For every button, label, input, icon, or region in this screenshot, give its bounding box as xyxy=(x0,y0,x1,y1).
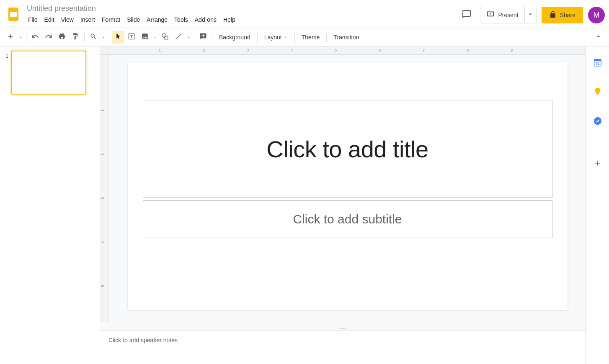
share-button[interactable]: Share xyxy=(542,7,583,23)
new-slide-button[interactable] xyxy=(4,31,17,44)
present-dropdown[interactable] xyxy=(524,7,536,23)
undo-button[interactable] xyxy=(29,31,41,44)
comment-button[interactable] xyxy=(458,7,475,23)
zoom-button[interactable] xyxy=(87,31,100,44)
separator xyxy=(212,33,212,42)
line-tool[interactable] xyxy=(172,31,185,44)
keep-addon[interactable] xyxy=(589,84,606,101)
slide-canvas[interactable]: Click to add title Click to add subtitle xyxy=(128,63,568,310)
collapse-toolbar-button[interactable] xyxy=(592,31,605,44)
title-placeholder[interactable]: Click to add title xyxy=(143,100,552,198)
menu-file[interactable]: File xyxy=(25,15,41,25)
document-title[interactable]: Untitled presentation xyxy=(25,3,98,14)
slide-viewport[interactable]: Click to add title Click to add subtitle xyxy=(116,63,579,318)
present-icon xyxy=(486,10,495,20)
undo-icon xyxy=(31,33,39,42)
tasks-addon[interactable] xyxy=(589,113,606,130)
menu-view[interactable]: View xyxy=(58,15,77,25)
menu-insert[interactable]: Insert xyxy=(77,15,98,25)
slides-logo[interactable] xyxy=(5,6,22,23)
menu-arrange[interactable]: Arrange xyxy=(144,15,170,25)
svg-rect-3 xyxy=(165,36,168,39)
side-panel: 31 xyxy=(586,46,609,364)
title-area: Untitled presentation File Edit View Ins… xyxy=(25,3,458,25)
svg-rect-0 xyxy=(10,12,17,17)
lock-icon xyxy=(549,11,557,20)
slide-thumbnail-row: 1 xyxy=(3,51,96,95)
calendar-addon[interactable]: 31 xyxy=(589,55,606,72)
account-avatar[interactable]: M xyxy=(588,7,605,23)
ruler-tick: 2 xyxy=(101,153,105,155)
slide-thumbnail-1[interactable] xyxy=(11,51,86,95)
text-box-tool[interactable] xyxy=(125,31,138,44)
ruler-tick: 2 xyxy=(203,48,205,52)
menu-slide[interactable]: Slide xyxy=(124,15,143,25)
present-button[interactable]: Present xyxy=(480,7,524,23)
calendar-icon: 31 xyxy=(593,58,602,69)
zoom-dropdown[interactable] xyxy=(101,31,106,44)
svg-text:31: 31 xyxy=(595,62,599,66)
notes-splitter[interactable] xyxy=(100,326,586,331)
svg-point-2 xyxy=(162,33,166,37)
shape-tool[interactable] xyxy=(159,31,171,44)
redo-button[interactable] xyxy=(42,31,55,44)
ruler-tick: 8 xyxy=(467,48,469,52)
shape-icon xyxy=(161,33,169,42)
header: Untitled presentation File Edit View Ins… xyxy=(0,0,609,28)
drag-handle-icon xyxy=(340,328,346,329)
menu-addons[interactable]: Add-ons xyxy=(192,15,219,25)
tasks-icon xyxy=(593,116,602,127)
chevron-down-icon xyxy=(186,33,191,41)
chevron-down-icon xyxy=(153,33,157,41)
ruler-tick: 1 xyxy=(101,109,105,111)
ruler-tick: 6 xyxy=(379,48,381,52)
select-tool[interactable] xyxy=(112,31,124,44)
present-label: Present xyxy=(498,12,518,18)
print-icon xyxy=(58,33,66,42)
toolbar: Background Layout Theme Transition xyxy=(0,28,609,46)
text-box-icon xyxy=(128,33,135,42)
new-slide-dropdown[interactable] xyxy=(18,31,23,44)
slide-number: 1 xyxy=(3,53,8,59)
plus-icon xyxy=(7,33,14,42)
layout-button[interactable]: Layout xyxy=(260,31,292,44)
comment-icon xyxy=(462,9,472,21)
theme-button[interactable]: Theme xyxy=(297,31,324,44)
image-tool[interactable] xyxy=(139,31,151,44)
menu-format[interactable]: Format xyxy=(99,15,123,25)
filmstrip[interactable]: 1 xyxy=(0,46,100,364)
side-separator xyxy=(593,143,603,143)
ruler-tick: 4 xyxy=(291,48,293,52)
top-actions: Present Share M xyxy=(458,7,605,23)
title-placeholder-text: Click to add title xyxy=(266,136,428,163)
line-dropdown[interactable] xyxy=(186,31,191,44)
speaker-notes[interactable]: Click to add speaker notes xyxy=(100,331,586,364)
chevron-down-icon xyxy=(101,33,106,41)
chevron-down-icon xyxy=(18,33,23,41)
menubar: File Edit View Insert Format Slide Arran… xyxy=(25,15,458,25)
ruler-vertical[interactable]: 1 2 3 4 5 xyxy=(100,55,108,322)
redo-icon xyxy=(45,33,52,42)
plus-icon xyxy=(594,159,602,169)
canvas-area: 1 2 3 4 5 6 7 8 9 1 2 3 4 5 Click to add… xyxy=(100,46,586,364)
transition-button[interactable]: Transition xyxy=(329,31,363,44)
ruler-tick: 3 xyxy=(101,197,105,199)
ruler-horizontal[interactable]: 1 2 3 4 5 6 7 8 9 xyxy=(108,46,586,55)
menu-help[interactable]: Help xyxy=(220,15,238,25)
subtitle-placeholder[interactable]: Click to add subtitle xyxy=(143,200,552,238)
comment-tool[interactable] xyxy=(197,31,209,44)
subtitle-placeholder-text: Click to add subtitle xyxy=(293,212,402,226)
separator xyxy=(294,33,295,42)
separator xyxy=(257,33,258,42)
background-button[interactable]: Background xyxy=(215,31,255,44)
menu-edit[interactable]: Edit xyxy=(41,15,57,25)
paint-format-button[interactable] xyxy=(69,31,82,44)
get-addons-button[interactable] xyxy=(589,156,606,172)
image-dropdown[interactable] xyxy=(152,31,158,44)
menu-tools[interactable]: Tools xyxy=(171,15,191,25)
cursor-icon xyxy=(114,33,122,42)
main: 1 1 2 3 4 5 6 7 8 9 1 2 3 4 5 Click to a xyxy=(0,46,609,364)
print-button[interactable] xyxy=(56,31,68,44)
chevron-down-icon xyxy=(284,34,288,41)
separator xyxy=(26,33,26,42)
